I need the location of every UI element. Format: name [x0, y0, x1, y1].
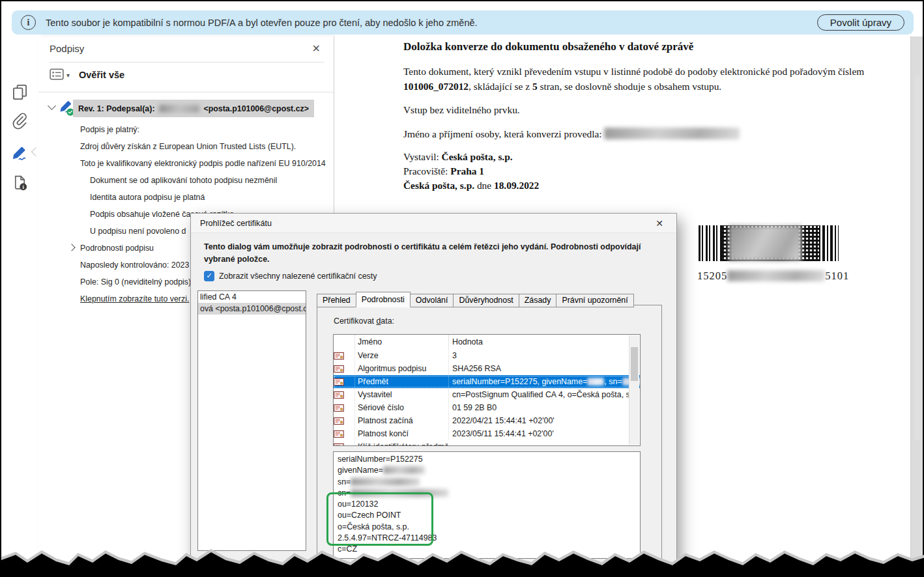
certificate-viewer-dialog: Prohlížeč certifikátu ✕ Tento dialog vám… [190, 213, 677, 577]
row-name: Algoritmus podpisu [354, 362, 448, 375]
document-title: Doložka konverze do dokumentu obsaženého… [403, 40, 693, 53]
notification-text: Tento soubor je kompatibilní s normou PD… [46, 18, 478, 28]
scrollbar-thumb[interactable] [631, 347, 638, 381]
name-header: Jméno [354, 335, 448, 349]
dialog-tabs: Přehled Podrobnosti Odvolání Důvěryhodno… [317, 292, 633, 307]
enable-editing-button[interactable]: Povolit úpravy [817, 14, 904, 31]
conversion-info-icon[interactable] [11, 174, 29, 191]
chevron-down-icon[interactable]: ▾ [66, 72, 70, 79]
barcode-right-bars [819, 225, 839, 261]
tab-duveryhodnost[interactable]: Důvěryhodnost [453, 294, 519, 307]
row-value: serialNumber=P152275, givenName=, sn= [448, 375, 640, 388]
table-header-row: Jméno Hodnota [334, 335, 640, 349]
table-scrollbar[interactable] [629, 335, 639, 445]
left-toolbar [1, 36, 39, 577]
dialog-titlebar: Prohlížeč certifikátu ✕ [191, 214, 676, 233]
row-value: 2022/04/21 15:44:41 +02'00' [448, 414, 640, 427]
acrobat-window: i Tento soubor je kompatibilní s normou … [1, 1, 923, 577]
barcode-left-bars [699, 225, 722, 261]
signature-status-item: Dokument se od aplikování tohoto podpisu… [38, 172, 334, 189]
detail-line: sn= [338, 477, 636, 488]
tree-item-signer[interactable]: ová <posta.p101006@cpost.c [198, 303, 306, 315]
checkbox-label: Zobrazit všechny nalezené certifikační c… [219, 272, 377, 281]
subject-details-box: serialNumber=P152275 givenName= sn= cn= … [333, 451, 641, 559]
tab-odvolani[interactable]: Odvolání [410, 294, 454, 307]
tab-prehled[interactable]: Přehled [317, 294, 356, 307]
torn-edge-decoration [1, 549, 924, 577]
signature-status-item: Identita autora podpisu je platná [38, 189, 334, 206]
show-paths-checkbox-row[interactable]: ✓ Zobrazit všechny nalezené certifikační… [204, 271, 377, 281]
certificate-icon [334, 365, 354, 373]
close-panel-icon[interactable]: ✕ [308, 42, 325, 55]
row-name: Předmět [354, 375, 448, 388]
conversion-number: 101006_072012 [403, 81, 469, 92]
redacted-given-name [587, 378, 604, 386]
para-text: Tento dokument, který vznikl převedením … [403, 66, 864, 77]
collapse-chevron-icon[interactable] [48, 102, 56, 110]
attachments-icon[interactable] [11, 113, 29, 130]
certificate-icon [334, 417, 354, 425]
row-value: 01 59 2B B0 [448, 401, 640, 414]
signature-status-item: Toto je kvalifikovaný elektronický podpi… [38, 155, 334, 172]
table-row-clipped[interactable]: Klíč identifikátoru předmětu [334, 440, 640, 446]
redacted-given-name [383, 466, 425, 474]
table-row[interactable]: Sériové číslo 01 59 2B B0 [334, 401, 640, 414]
detail-line: ou=120132 [338, 499, 636, 510]
row-name: Vystavitel [354, 388, 448, 401]
panel-title: Podpisy [50, 43, 84, 54]
issuer-value: Česká pošta, s.p. [442, 151, 513, 162]
detail-line: serialNumber=P152275 [338, 454, 636, 465]
tab-podrobnosti[interactable]: Podrobnosti [356, 292, 411, 307]
detail-line: cn= [338, 488, 636, 499]
verify-all-button[interactable]: Ověřit vše [79, 70, 124, 80]
certificate-icon [334, 404, 354, 412]
row-name: Platnost končí [354, 427, 448, 440]
workplace-value: Praha 1 [450, 165, 484, 176]
operator-label: Jméno a příjmení osoby, která konverzi p… [403, 128, 604, 139]
checkbox-checked-icon[interactable]: ✓ [204, 271, 214, 281]
divider [38, 92, 334, 92]
signature-label: Rev. 1: Podepsal(a): [78, 104, 155, 113]
info-icon: i [21, 15, 36, 30]
document-line: Pracoviště: Praha 1 [403, 165, 484, 177]
signature-status-item: Podpis je platný: [38, 121, 334, 138]
tab-zasady[interactable]: Zásady [519, 294, 557, 307]
table-row[interactable]: Platnost končí 2023/05/11 15:44:41 +02'0… [334, 427, 640, 440]
certificate-tree: lified CA 4 ová <posta.p101006@cpost.c [197, 290, 306, 551]
detail-text: sn= [338, 477, 351, 486]
redacted-common-name [351, 489, 448, 497]
signature-row[interactable]: Rev. 1: Podepsal(a): <posta.p101006@cpos… [73, 100, 314, 117]
dialog-description: Tento dialog vám umožňuje zobrazit podro… [204, 241, 648, 265]
detail-line: o=Česká pošta, s.p. [338, 522, 636, 533]
issuer-label: Vystavil: [403, 151, 442, 162]
close-dialog-icon[interactable]: ✕ [652, 218, 667, 229]
tree-item-ca[interactable]: lified CA 4 [198, 291, 306, 303]
table-row[interactable]: Vystavitel cn=PostSignum Qualified CA 4,… [334, 388, 640, 401]
options-icon[interactable] [50, 68, 64, 80]
table-row[interactable]: Platnost začíná 2022/04/21 15:44:41 +02'… [334, 414, 640, 427]
redacted-barcode-digits [727, 270, 825, 281]
table-row[interactable]: Algoritmus podpisu SHA256 RSA [334, 362, 640, 375]
certificate-icon [334, 430, 354, 438]
footer-date: 18.09.2022 [494, 180, 539, 191]
barcode-number-prefix: 15205 [697, 270, 727, 282]
page-thumbnails-icon[interactable] [11, 83, 29, 101]
certificate-icon [334, 443, 354, 447]
row-name: Klíč identifikátoru předmětu [354, 440, 448, 446]
divider [50, 62, 325, 63]
subject-prefix: serialNumber=P152275, givenName= [452, 377, 587, 386]
document-line: Česká pošta, s.p. dne 18.09.2022 [403, 180, 539, 191]
tab-pravni-upozorneni[interactable]: Právní upozornění [556, 294, 633, 307]
footer-mid: dne [474, 180, 494, 191]
row-value: cn=PostSignum Qualified CA 4, o=Česká po… [448, 388, 640, 401]
detail-line: ou=Czech POINT [338, 510, 636, 521]
table-row-selected[interactable]: Předmět serialNumber=P152275, givenName=… [334, 375, 640, 388]
document-line: Vystavil: Česká pošta, s.p. [403, 151, 513, 163]
detail-text: cn= [338, 488, 351, 498]
certificate-icon [334, 378, 354, 386]
table-row[interactable]: Verze 3 [334, 349, 640, 362]
details-tab-panel: Certifikovat data: Jméno Hodnota Verze 3… [317, 305, 662, 577]
document-scrollbar[interactable] [915, 76, 921, 440]
signatures-icon[interactable] [11, 144, 29, 162]
barcode-number-suffix: 5101 [825, 270, 849, 282]
